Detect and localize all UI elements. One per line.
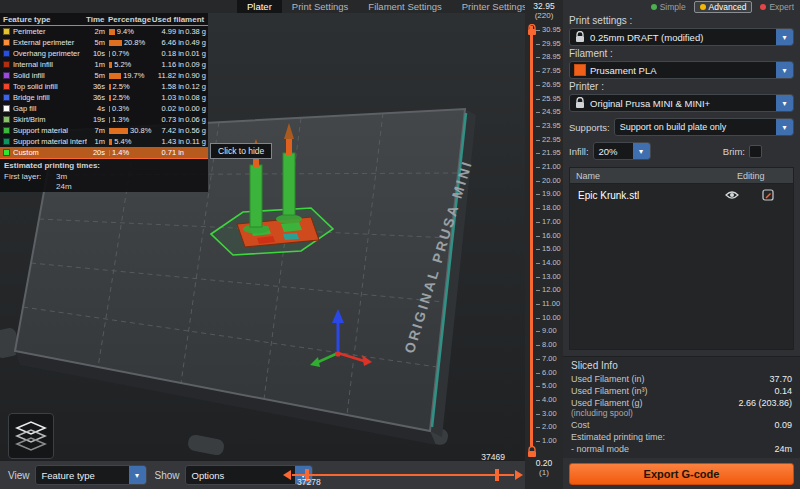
mode-button-expert[interactable]: Expert [760,2,794,12]
ruler-tick [536,277,540,278]
sliced-info-rows: Used Filament (in)37.70Used Filament (in… [571,374,792,454]
sliced-info-label: Used Filament (in) [571,374,645,384]
object-list[interactable]: Epic Krunk.stl [569,183,794,350]
ruler-tick-label: 27.95 [542,67,561,75]
legend-row[interactable]: Support material interface1m5.4%1.43 in0… [0,136,208,147]
chevron-down-icon[interactable]: ▾ [776,95,793,111]
tab-filament-settings[interactable]: Filament Settings [358,0,451,13]
mode-label: Simple [660,2,686,12]
view-select[interactable]: Feature type ▾ [35,465,147,485]
mode-button-advanced[interactable]: Advanced [694,1,753,13]
feature-weight: 0.01 g [184,49,208,58]
percentage-bar [109,95,111,101]
ruler-tick [536,112,540,113]
ruler-tick-label: 30.95 [542,26,561,34]
percentage-text: 30.8% [130,126,151,135]
legend-row[interactable]: Bridge infill36s2.5%1.03 in0.08 g [0,92,208,103]
legend-row[interactable]: Skirt/Brim19s1.3%0.73 in0.06 g [0,114,208,125]
legend-row[interactable]: Perimeter2m9.4%4.99 in0.38 g [0,26,208,37]
percentage-bar [109,128,128,134]
moves-slider[interactable]: 37469 37278 [283,461,523,489]
print-settings-combo[interactable]: 0.25mm DRAFT (modified) ▾ [569,28,794,46]
lock-icon [570,97,590,109]
feature-color-swatch [3,127,10,134]
tab-plater[interactable]: Plater [237,0,282,13]
slider-upper-handle[interactable] [495,469,499,481]
feature-weight: 0.00 g [184,104,208,113]
sliced-info-value: 0.09 [774,420,792,430]
feature-length: 1.43 in [151,137,184,146]
supports-label: Supports: [569,122,610,133]
ruler-tick [536,194,540,195]
infill-select[interactable]: 20% ▾ [593,142,651,160]
ruler-tick-label: 1.00 [542,437,557,445]
legend-row[interactable]: Internal infill1m5.2%1.16 in0.09 g [0,59,208,70]
feature-color-swatch [3,39,10,46]
feature-percentage: 9.4% [105,27,151,36]
legend-header-used: Used filament [150,15,208,24]
ruler-tick-label: 29.95 [542,40,561,48]
feature-time: 10s [87,49,105,58]
lock-icon [570,31,590,43]
ruler-tick-label: 12.00 [542,286,561,294]
feature-color-swatch [3,61,10,68]
mode-button-simple[interactable]: Simple [651,2,686,12]
feature-color-swatch [3,83,10,90]
feature-weight: 0.38 g [184,27,208,36]
printer-label: Printer : [569,81,794,92]
printer-combo[interactable]: Original Prusa MINI & MINI+ ▾ [569,94,794,112]
slider-track[interactable] [292,474,514,476]
feature-weight: 0.08 g [184,93,208,102]
ruler-tick-label: 18.00 [542,204,561,212]
tab-print-settings[interactable]: Print Settings [282,0,359,13]
slider-left-arrow-icon[interactable] [283,470,291,480]
mode-label: Expert [769,2,794,12]
filament-color-swatch [570,64,590,76]
view-select-value: Feature type [36,470,129,481]
legend-row[interactable]: Top solid infill36s2.5%1.58 in0.12 g [0,81,208,92]
export-gcode-button[interactable]: Export G-code [569,463,794,485]
ruler-tick [536,249,540,250]
legend-row[interactable]: Overhang perimeter10s0.7%0.18 in0.01 g [0,48,208,59]
feature-color-swatch [3,50,10,57]
sliced-info-label: Used Filament (g)(including spool) [571,398,643,418]
ruler-tick-label: 10.00 [542,314,561,322]
feature-percentage: 5.2% [105,60,151,69]
filament-combo[interactable]: Prusament PLA ▾ [569,61,794,79]
tab-printer-settings[interactable]: Printer Settings [452,0,537,13]
chevron-down-icon[interactable]: ▾ [776,29,793,45]
slider-right-arrow-icon[interactable] [515,470,523,480]
bottom-toolbar: View Feature type ▾ Show Options ▾ 37469… [0,460,525,489]
chevron-down-icon[interactable]: ▾ [776,62,793,78]
object-row[interactable]: Epic Krunk.stl [570,184,793,206]
chevron-down-icon[interactable]: ▾ [129,466,146,484]
layer-slider[interactable]: 32.95 (220) 30.9529.9528.9527.9526.9525.… [525,0,563,489]
feature-time: 5m [87,71,105,80]
first-layer-value: 3m [56,172,67,181]
eye-icon[interactable] [721,190,743,200]
edit-object-icon[interactable] [743,189,793,201]
chevron-down-icon[interactable]: ▾ [776,119,793,135]
mode-dot-icon [700,4,706,10]
legend-row[interactable]: Solid infill5m19.7%11.82 in0.90 g [0,70,208,81]
feature-weight: 0.56 g [184,126,208,135]
legend-row[interactable]: Gap fill4s0.3%0.02 in0.00 g [0,103,208,114]
brim-checkbox[interactable] [749,145,762,158]
legend-row[interactable]: External perimeter5m20.8%6.46 in0.49 g [0,37,208,48]
ruler-tick-label: 22.95 [542,136,561,144]
lock-icon[interactable] [526,444,538,456]
moves-slider-max: 37469 [481,452,505,462]
percentage-bar [109,51,110,57]
legend-header-percentage: Percentage [104,15,150,24]
chevron-down-icon[interactable]: ▾ [633,143,650,159]
ruler-tick [536,140,540,141]
legend-toggle-button[interactable] [8,413,54,459]
legend-row[interactable]: Custom20s1.4%0.71 in [0,147,208,158]
sliced-info-label: Estimated printing time: [571,432,665,442]
supports-select[interactable]: Support on build plate only ▾ [614,118,794,136]
feature-name: Support material interface [13,137,87,146]
viewport-area[interactable]: ORIGINAL PRUSA MINI [0,13,525,460]
legend-row[interactable]: Support material7m30.8%7.42 in0.56 g [0,125,208,136]
legend-header-feature: Feature type [0,15,86,24]
feature-color-swatch [3,105,10,112]
